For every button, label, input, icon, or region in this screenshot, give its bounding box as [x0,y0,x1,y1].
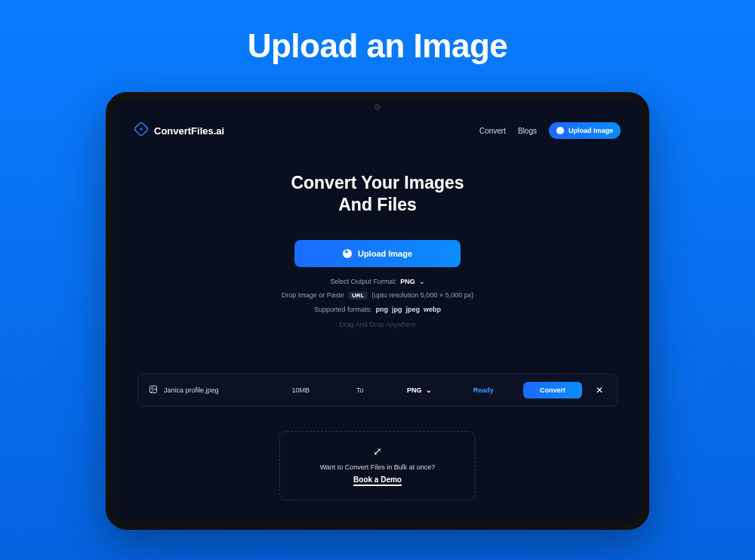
selected-format: PNG [400,278,415,285]
image-file-icon [149,385,158,395]
file-row: Janica profile.jpeg 10MB To PNG ⌄ Ready … [137,374,618,407]
file-name: Janica profile.jpeg [164,386,219,394]
app-screen: ConvertFiles.ai Convert Blogs Upload Ima… [121,115,634,522]
drop-suffix: (upto resolution 5,000 × 5,000 px) [371,291,473,299]
supported-formats-row: Supported formats: png jpg jpeg webp [314,306,441,313]
hero-line2: And Files [338,195,417,214]
file-info: Janica profile.jpeg [149,385,266,395]
chevron-down-icon: ⌄ [426,386,432,394]
fmt-3: webp [424,306,441,313]
plus-circle-icon [556,127,564,134]
bulk-demo-box: ⤢ Want to Convert Files in Bulk at once?… [279,431,476,500]
drop-prefix: Drop Image or Paste [282,291,344,299]
nav-convert[interactable]: Convert [479,127,506,135]
url-pill[interactable]: URL [348,291,368,300]
drop-url-row: Drop Image or Paste URL (upto resolution… [282,291,473,300]
brand-name: ConvertFiles.ai [154,125,224,137]
hero: Convert Your Images And Files Upload Ima… [121,172,634,328]
target-format-value: PNG [407,386,422,394]
fmt-0: png [376,306,389,313]
tablet-frame: ConvertFiles.ai Convert Blogs Upload Ima… [106,92,649,530]
chevron-down-icon: ⌄ [419,278,425,285]
svg-point-1 [140,128,143,131]
upload-image-button-header[interactable]: Upload Image [549,122,621,139]
close-icon[interactable]: ✕ [593,385,606,395]
select-format-label: Select Output Format: [330,278,396,285]
convert-button[interactable]: Convert [523,382,582,398]
file-status: Ready [455,386,513,394]
select-format-row[interactable]: Select Output Format: PNG ⌄ [330,278,425,285]
file-size: 10MB [276,386,325,394]
brand[interactable]: ConvertFiles.ai [134,122,224,139]
hero-line1: Convert Your Images [291,173,464,192]
book-demo-link[interactable]: Book a Demo [353,475,402,486]
expand-icon: ⤢ [289,445,466,457]
page-title: Upload an Image [248,27,508,65]
nav-blogs[interactable]: Blogs [518,127,537,135]
to-label: To [335,386,384,394]
drag-drop-hint: Drag And Drop Anywhere [339,321,416,328]
target-format-select[interactable]: PNG ⌄ [395,386,444,394]
camera-dot [374,104,381,110]
hero-heading: Convert Your Images And Files [121,172,634,216]
demo-question: Want to Convert Files in Bulk at once? [289,463,466,471]
fmt-1: jpg [392,306,402,313]
svg-point-3 [152,387,153,389]
info-rows: Select Output Format: PNG ⌄ Drop Image o… [121,278,634,328]
upload-image-button-main[interactable]: Upload Image [294,240,461,267]
app-header: ConvertFiles.ai Convert Blogs Upload Ima… [121,115,634,146]
nav: Convert Blogs Upload Image [479,122,621,139]
fmt-2: jpeg [406,306,421,313]
upload-image-label-header: Upload Image [569,127,613,134]
supported-label: Supported formats: [314,306,372,313]
plus-circle-icon [343,249,352,258]
upload-image-label-main: Upload Image [358,249,412,258]
logo-icon [134,122,148,139]
